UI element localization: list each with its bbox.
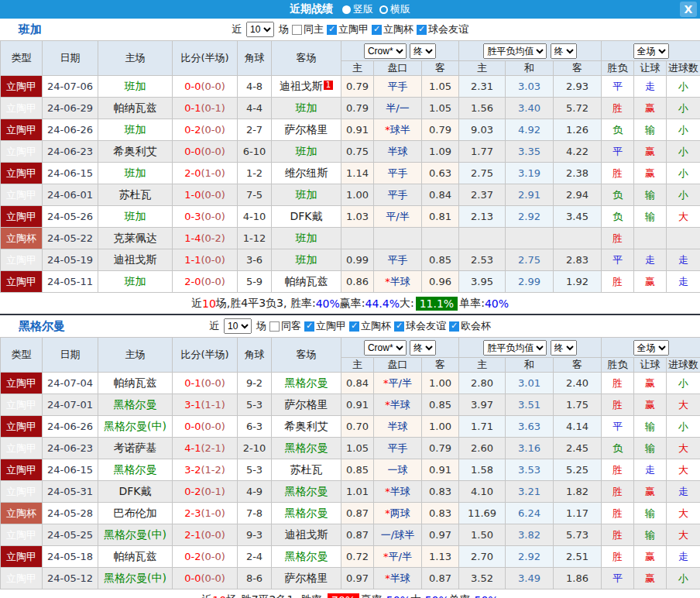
league-filter[interactable]: 球会友谊 (417, 22, 468, 36)
col-mean-away: 客 (554, 358, 602, 373)
result-wdl: 负 (602, 184, 634, 206)
checkbox-icon[interactable] (304, 321, 314, 332)
summary-segment: 赢率: (361, 593, 386, 598)
result-handicap: 输 (634, 119, 667, 141)
checkbox-icon[interactable] (417, 25, 427, 35)
mean-away: 4.14 (554, 416, 602, 438)
scope-select[interactable]: 全场 (633, 43, 669, 59)
checkbox-icon[interactable] (349, 321, 359, 332)
odds-source-select[interactable]: Crow* (364, 340, 407, 356)
games-count-select[interactable]: 10 (224, 318, 252, 334)
odds-final-select[interactable]: 终 (410, 340, 436, 356)
result-handicap: 输 (634, 438, 667, 459)
checkbox-icon[interactable] (372, 25, 382, 35)
summary-segment: 单率: (449, 593, 475, 598)
mean-draw: 3.19 (506, 163, 554, 184)
checkbox-icon[interactable] (394, 321, 404, 332)
col-away: 客场 (272, 41, 341, 76)
result-goals: 小 (667, 141, 700, 163)
results-table: 类型 日期 主场 比分(半场) 角球 客场 Crow* 终 胜平负均值 终 (0, 40, 700, 293)
match-score: 0-2(0-0) (173, 546, 238, 568)
col-home: 主场 (98, 41, 173, 76)
home-team: 帕纳瓦兹 (114, 550, 157, 562)
home-team: 迪祖戈斯 (114, 253, 157, 266)
radio-horizontal-label[interactable]: 横版 (390, 2, 410, 16)
result-wdl: 胜 (602, 459, 634, 481)
checkbox-icon[interactable] (327, 25, 337, 35)
summary-segment: 50% (386, 594, 410, 598)
corner-count: 5-9 (238, 271, 272, 293)
checkbox-icon[interactable] (269, 321, 280, 332)
corner-count: 7-5 (238, 184, 272, 206)
league-filter[interactable]: 立陶杯 (372, 22, 413, 36)
mean-home: 3.97 (459, 394, 506, 416)
mean-select[interactable]: 胜平负均值 (483, 43, 547, 59)
mean-home: 2.37 (459, 184, 506, 206)
handicap: *半球 (374, 271, 422, 293)
odds-home: 0.79 (341, 76, 374, 98)
league-filter[interactable]: 球会友谊 (394, 319, 446, 333)
mean-home: 2.70 (459, 546, 506, 568)
handicap: *半球 (374, 568, 422, 589)
scope-select[interactable]: 全场 (633, 340, 669, 356)
mean-away: 2.45 (554, 438, 602, 459)
close-icon[interactable]: X (680, 2, 697, 17)
odds-home: 0.91 (341, 394, 374, 416)
result-handicap: 走 (634, 249, 667, 271)
mean-final-select[interactable]: 终 (551, 43, 577, 59)
mean-select[interactable]: 胜平负均值 (483, 340, 547, 356)
home-team: 克莱佩达 (114, 232, 157, 244)
mean-final-select[interactable]: 终 (551, 340, 577, 356)
mean-away: 5.25 (554, 459, 602, 481)
result-goals: 大 (667, 503, 700, 524)
match-date: 24-06-23 (43, 141, 98, 163)
result-goals: 小 (667, 416, 700, 438)
odds-away: 1.13 (422, 546, 459, 568)
result-goals: 大 (667, 206, 700, 228)
odds-final-select[interactable]: 终 (410, 43, 436, 59)
match-date: 24-07-01 (43, 394, 98, 416)
corner-count: 6-10 (238, 141, 272, 163)
col-result: 胜负 (602, 61, 634, 76)
league-filter[interactable]: 立陶杯 (349, 319, 391, 333)
mean-home: 2.53 (459, 249, 506, 271)
mean-home: 2.31 (459, 76, 506, 98)
col-away: 客场 (272, 338, 341, 373)
match-type: 立陶甲 (1, 163, 43, 184)
match-row: 立陶甲 24-06-23 考诺萨基 4-1(2-1) 2-10 黑格尔曼 1.0… (1, 438, 700, 459)
same-venue-filter[interactable]: 同客 (269, 319, 301, 333)
checkbox-icon[interactable] (449, 321, 459, 332)
odds-away: 0.63 (422, 163, 459, 184)
radio-vertical-icon[interactable] (342, 5, 351, 14)
match-date: 24-05-19 (43, 249, 98, 271)
league-filter-label: 球会友谊 (406, 319, 446, 333)
summary-segment: 40% (485, 297, 509, 310)
odds-away: 0.85 (422, 249, 459, 271)
league-filter[interactable]: 立陶甲 (304, 319, 346, 333)
result-handicap: 输 (634, 184, 667, 206)
result-group-header: 全场 (602, 41, 700, 61)
section-header: 班加 近 10 场 同主 立陶甲立陶杯球会友谊 (0, 19, 700, 40)
odds-home: 1.01 (341, 481, 374, 503)
odds-home: 0.70 (341, 416, 374, 438)
league-filter[interactable]: 立陶甲 (327, 22, 369, 36)
result-handicap: 赢 (634, 373, 667, 394)
col-handicap: 盘口 (374, 358, 422, 373)
checkbox-icon[interactable] (292, 25, 302, 35)
games-count-select[interactable]: 10 (246, 22, 274, 37)
corner-count: 3-6 (238, 249, 272, 271)
league-filter[interactable]: 欧会杯 (449, 319, 491, 333)
away-cell: 班加 (272, 98, 341, 119)
away-team-name: 苏杜瓦 (290, 463, 323, 476)
same-venue-filter[interactable]: 同主 (292, 22, 324, 36)
match-date: 24-05-25 (43, 524, 98, 546)
home-team: DFK戴 (118, 485, 151, 497)
match-date: 24-06-15 (43, 163, 98, 184)
mean-home: 3.52 (459, 568, 506, 589)
match-date: 24-05-28 (43, 503, 98, 524)
radio-horizontal-icon[interactable] (379, 5, 388, 14)
col-date: 日期 (43, 41, 98, 76)
odds-source-select[interactable]: Crow* (364, 43, 407, 59)
away-team-name: 黑格尔曼 (285, 507, 328, 519)
radio-vertical-label[interactable]: 竖版 (353, 2, 373, 16)
